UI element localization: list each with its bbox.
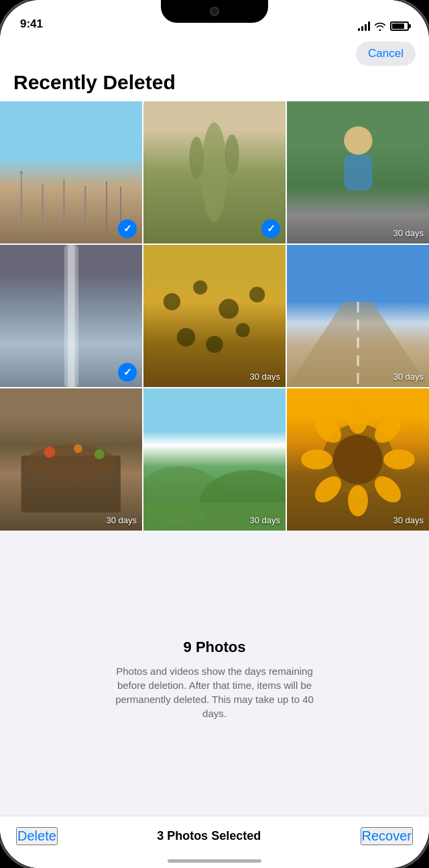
- svg-point-27: [74, 445, 82, 453]
- svg-point-25: [25, 445, 117, 481]
- signal-icon: [358, 21, 370, 31]
- header-top: Cancel: [13, 42, 416, 66]
- svg-point-11: [344, 126, 372, 154]
- sunflower-decoration: [287, 388, 429, 531]
- status-icons: [358, 21, 409, 31]
- svg-point-8: [202, 123, 227, 222]
- photo-cell-6[interactable]: 30 days: [287, 245, 429, 387]
- svg-rect-12: [344, 154, 372, 190]
- photo-cell-2[interactable]: [143, 101, 286, 243]
- svg-point-28: [95, 449, 105, 459]
- delete-button[interactable]: Delete: [16, 827, 58, 845]
- home-indicator: [168, 859, 261, 863]
- cactus-decoration: [172, 115, 257, 229]
- svg-point-15: [164, 293, 180, 310]
- days-badge-5: 30 days: [249, 372, 280, 382]
- svg-point-34: [348, 402, 368, 434]
- header: Cancel Recently Deleted: [0, 36, 429, 101]
- svg-point-35: [348, 485, 368, 517]
- svg-rect-14: [68, 245, 75, 387]
- screen: 9:41: [0, 0, 429, 868]
- svg-point-10: [225, 135, 239, 174]
- selected-count-label: 3 Photos Selected: [157, 829, 261, 843]
- days-badge-7: 30 days: [106, 515, 137, 525]
- svg-point-21: [236, 323, 250, 337]
- svg-point-37: [383, 449, 415, 470]
- svg-point-19: [177, 328, 196, 347]
- selection-check-4: [118, 363, 137, 382]
- svg-point-26: [44, 447, 56, 458]
- recover-button[interactable]: Recover: [361, 827, 413, 845]
- days-badge-9: 30 days: [393, 515, 424, 525]
- compost-decoration: [14, 417, 128, 516]
- phone-frame: 9:41: [0, 0, 429, 868]
- photo-cell-3[interactable]: 30 days: [287, 101, 429, 243]
- photo-cell-1[interactable]: [0, 101, 142, 243]
- selection-check-1: [118, 219, 137, 238]
- status-time: 9:41: [20, 17, 43, 31]
- info-description: Photos and videos show the days remainin…: [107, 664, 322, 720]
- content-area: Cancel Recently Deleted: [0, 36, 429, 868]
- svg-point-17: [219, 299, 239, 319]
- svg-point-36: [301, 449, 332, 470]
- days-badge-6: 30 days: [393, 372, 424, 382]
- svg-point-16: [193, 280, 207, 294]
- cancel-button[interactable]: Cancel: [356, 42, 416, 66]
- photo-cell-4[interactable]: [0, 245, 142, 387]
- photo-grid: 30 days: [0, 101, 429, 531]
- bottom-bar: Delete 3 Photos Selected Recover: [0, 816, 429, 868]
- svg-point-33: [333, 435, 383, 484]
- photo-cell-7[interactable]: 30 days: [0, 388, 142, 531]
- svg-point-2: [20, 171, 23, 174]
- windmill-decoration: [0, 144, 142, 229]
- svg-point-20: [206, 336, 223, 353]
- battery-icon: [390, 21, 409, 31]
- days-badge-3: 30 days: [393, 228, 424, 238]
- photo-cell-5[interactable]: 30 days: [143, 245, 286, 387]
- notch: [161, 0, 268, 23]
- svg-point-9: [190, 137, 204, 180]
- photo-cell-9[interactable]: 30 days: [287, 388, 429, 531]
- front-camera: [210, 7, 219, 16]
- wifi-icon: [374, 21, 386, 31]
- bees-decoration: [143, 245, 286, 387]
- svg-point-18: [249, 287, 265, 303]
- baby-decoration: [330, 123, 387, 194]
- selection-check-2: [261, 219, 280, 238]
- page-title: Recently Deleted: [13, 71, 416, 93]
- waterfall-decoration: [43, 245, 100, 387]
- photo-cell-8[interactable]: 30 days: [143, 388, 286, 531]
- days-badge-8: 30 days: [249, 515, 280, 525]
- photo-count: 9 Photos: [184, 639, 246, 656]
